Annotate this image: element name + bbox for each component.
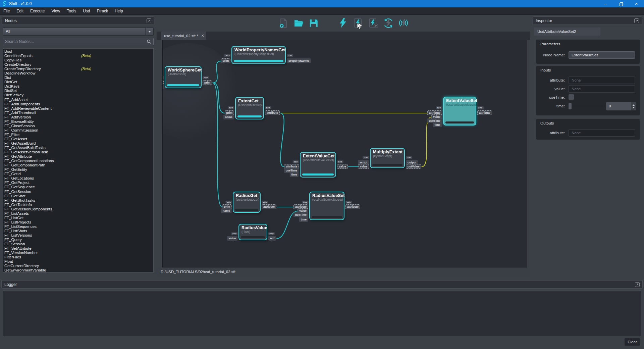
node-list-item[interactable]: FT_GetVersionComponents xyxy=(4,207,153,211)
node-list-item[interactable]: GetCurrentDirectory xyxy=(4,264,153,268)
attribute-output-field[interactable]: None xyxy=(569,129,635,137)
graph-node-ExtentValueSet[interactable]: ExtentValueSet(UsdAttributeValueSet) xyxy=(443,97,476,126)
port-name[interactable]: name xyxy=(221,208,232,213)
menu-edit[interactable]: Edit xyxy=(13,7,27,15)
value-input-field[interactable]: None xyxy=(569,85,635,93)
node-list-item[interactable]: FT_ListSequences xyxy=(4,225,153,229)
node-list-item[interactable]: FT_GetId xyxy=(4,172,153,176)
node-list-item[interactable]: FT_ListProjects xyxy=(4,220,153,225)
node-list-item[interactable]: FilterFiles xyxy=(4,255,153,259)
node-list-item[interactable]: CopyFiles xyxy=(4,58,153,62)
minimize-button[interactable]: – xyxy=(598,0,613,7)
inspector-node-tab[interactable]: UsdAttributeValueSet2 xyxy=(534,28,600,36)
undock-icon[interactable] xyxy=(147,18,151,23)
node-list-item[interactable]: FT_GetComponentLocations xyxy=(4,159,153,163)
port-useTime[interactable]: useTime xyxy=(293,212,308,217)
node-list-item[interactable]: FT_GetProject xyxy=(4,181,153,185)
node-list-item[interactable]: FT_GetAttribute xyxy=(4,154,153,159)
port-time[interactable]: time xyxy=(433,122,442,127)
node-list-item[interactable]: FT_Session xyxy=(4,242,153,246)
node-list-item[interactable]: DictKeys xyxy=(4,84,153,89)
node-list-item[interactable]: FT_GetSequence xyxy=(4,185,153,189)
node-list-item[interactable]: FT_GetShotTasks xyxy=(4,198,153,203)
menu-file[interactable]: File xyxy=(0,7,13,15)
node-list-item[interactable]: DictGet xyxy=(4,80,153,84)
graph-node-ExtentGet[interactable]: ExtentGet(UsdAttributeGet) xyxy=(235,97,264,119)
execute-up-to-icon[interactable] xyxy=(368,18,379,29)
node-list-item[interactable]: FT_AddAsset xyxy=(4,98,153,102)
time-spinbox[interactable]: 0 xyxy=(606,102,636,110)
node-list-item[interactable]: GetEnvironmentVariable xyxy=(4,268,153,272)
save-file-icon[interactable] xyxy=(308,18,319,29)
search-nodes-input[interactable]: Search Nodes... xyxy=(3,38,154,45)
node-list-item[interactable]: FT_CommitSession xyxy=(4,128,153,133)
usetime-checkbox[interactable] xyxy=(569,94,574,100)
node-list-item[interactable]: FT_GetAssetBuild xyxy=(4,141,153,146)
graph-node-RadiusValue[interactable]: RadiusValue(Float) xyxy=(238,224,267,240)
node-list-item[interactable]: FT_Filter xyxy=(4,133,153,137)
node-list-item[interactable]: FT_ListVersions xyxy=(4,233,153,238)
node-list-item[interactable]: DeadlineWorkflow xyxy=(4,71,153,76)
port-value[interactable]: value xyxy=(227,236,237,241)
wire[interactable] xyxy=(422,117,431,167)
new-file-icon[interactable] xyxy=(278,18,289,29)
node-list-item[interactable]: DictSet xyxy=(4,89,153,93)
node-list-item[interactable]: Float xyxy=(4,259,153,264)
node-list-item[interactable]: FT_AddReviewableContent xyxy=(4,106,153,111)
node-list-item[interactable]: FT_GetAssetBuildTasks xyxy=(4,146,153,150)
node-list-item[interactable]: DictSetKey xyxy=(4,93,153,97)
node-graph-canvas[interactable]: WorldSphereGet(UsdPrimGet)>>>>>>stagepat… xyxy=(162,40,527,267)
attribute-input-field[interactable]: None xyxy=(569,77,635,84)
node-list-item[interactable]: FT_GetEntity xyxy=(4,167,153,172)
node-list-item[interactable]: FT_ListAssets xyxy=(4,211,153,216)
port-prim[interactable]: prim xyxy=(221,58,230,63)
menu-view[interactable]: View xyxy=(48,7,63,15)
wire[interactable] xyxy=(213,61,221,83)
port-time[interactable]: time xyxy=(290,172,299,177)
node-list-item[interactable]: CreateDirectory xyxy=(4,62,153,67)
menu-tools[interactable]: Tools xyxy=(63,7,79,15)
port-path[interactable]: path xyxy=(162,85,164,89)
graph-node-WorldSphereGet[interactable]: WorldSphereGet(UsdPrimGet) xyxy=(165,66,202,88)
menu-usd[interactable]: Usd xyxy=(79,7,93,15)
node-list-item[interactable]: FT_ListGet xyxy=(4,216,153,220)
port-attribute[interactable]: attribute xyxy=(477,110,492,115)
graph-node-WorldPropertyNamesGet[interactable]: WorldPropertyNamesGet(UsdPrimPropertyNam… xyxy=(231,46,286,64)
port-name[interactable]: name xyxy=(223,115,234,119)
port-attribute[interactable]: attribute xyxy=(345,204,360,209)
graph-node-MultiplyExtent[interactable]: MultiplyExtent(PythonScript) xyxy=(370,148,405,168)
open-file-icon[interactable] xyxy=(293,18,304,29)
execute-icon[interactable] xyxy=(338,18,348,29)
node-list-item[interactable]: Dict xyxy=(4,76,153,80)
port-prim[interactable]: prim xyxy=(203,80,212,85)
node-list-item[interactable]: FT_ListShots xyxy=(4,229,153,233)
menu-help[interactable]: Help xyxy=(111,7,126,15)
clear-logger-button[interactable]: Clear xyxy=(625,338,640,346)
wire[interactable] xyxy=(280,113,284,167)
node-list-item[interactable]: FT_CloseSession xyxy=(4,124,153,128)
graph-node-RadiusGet[interactable]: RadiusGet(UsdAttributeGet) xyxy=(233,192,261,213)
port-time[interactable]: time xyxy=(299,217,308,222)
node-list-item[interactable]: CreateTempDirectory(Beta) xyxy=(4,67,153,71)
graph-node-ExtentValueGet[interactable]: ExtentValueGet(UsdAttributeValueGet) xyxy=(300,152,336,178)
node-list-item[interactable]: FT_GetComponentPath xyxy=(4,163,153,167)
node-list-item[interactable]: Bool xyxy=(4,49,153,54)
node-list-item[interactable]: FT_AddThumbnail xyxy=(4,111,153,115)
logger-output[interactable] xyxy=(3,291,641,336)
soft-execute-icon[interactable] xyxy=(383,18,394,29)
port-value[interactable]: value xyxy=(337,164,348,169)
node-list-item[interactable]: FT_GetAsset xyxy=(4,137,153,141)
menu-ftrack[interactable]: Ftrack xyxy=(94,7,111,15)
node-list-item[interactable]: FT_GetAssetVersionTask xyxy=(4,150,153,154)
time-slider-handle[interactable] xyxy=(569,103,572,109)
port-attribute[interactable]: attribute xyxy=(265,110,280,115)
spin-arrows[interactable] xyxy=(631,102,636,110)
node-list-item[interactable]: FT_AddVersion xyxy=(4,115,153,119)
node-list-item[interactable]: FT_GetShot xyxy=(4,194,153,198)
tab-close-icon[interactable]: ✕ xyxy=(201,34,204,38)
port-outValue[interactable]: outValue xyxy=(406,164,421,169)
wire[interactable] xyxy=(213,83,222,207)
node-list-item[interactable]: FT_Query xyxy=(4,238,153,242)
node-name-field[interactable]: ExtentValueSet xyxy=(569,51,635,59)
node-list-item[interactable]: FT_GetTaskInfo xyxy=(4,203,153,207)
